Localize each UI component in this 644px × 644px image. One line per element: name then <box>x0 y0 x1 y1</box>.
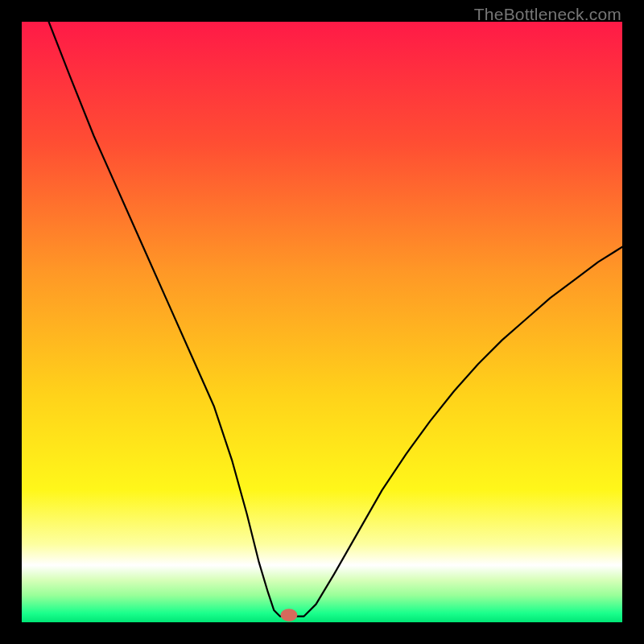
chart-plot-area <box>22 22 622 622</box>
chart-svg <box>22 22 622 622</box>
optimal-point-marker <box>281 609 298 621</box>
chart-background <box>22 22 622 622</box>
chart-frame: TheBottleneck.com <box>0 0 644 644</box>
